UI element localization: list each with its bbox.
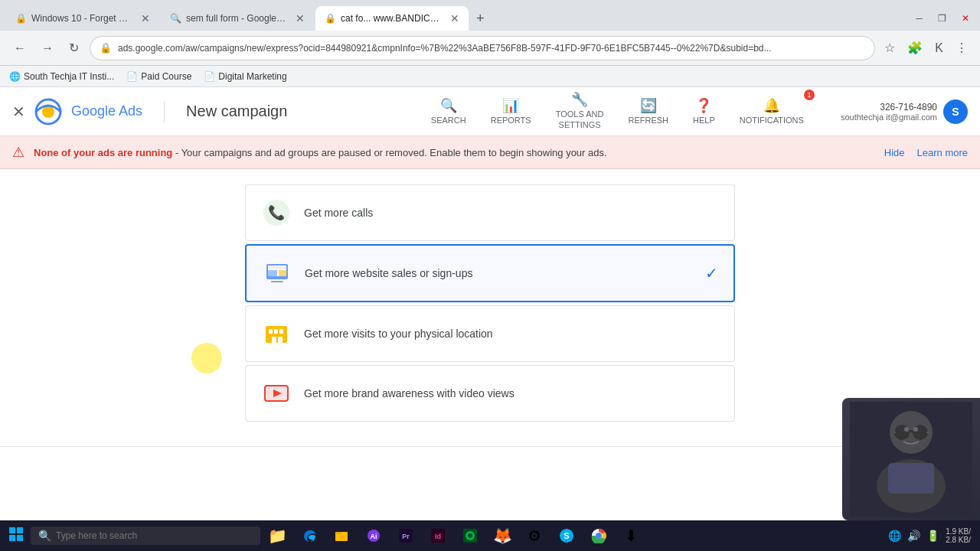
option-calls[interactable]: 📞 Get more calls [245,184,735,241]
start-button[interactable] [3,524,29,547]
page-wrapper: 🔒 Windows 10 - Forget Wi-Fi Conn... ✕ 🔍 … [0,0,980,551]
options-container: 📞 Get more calls [245,184,735,422]
files-icon [334,528,349,543]
tab-1[interactable]: 🔒 Windows 10 - Forget Wi-Fi Conn... ✕ [6,6,159,31]
more-icon[interactable]: ⋮ [952,37,971,58]
tab-2-close[interactable]: ✕ [296,12,305,24]
taskbar: 🔍 📁 Ai [0,520,980,551]
warning-actions: Hide Learn more [884,147,968,158]
ads-header-divider [164,101,165,122]
nav-notifications-label: NOTIFICATIONS [740,116,804,125]
user-email: southtechja it@gmail.com [841,112,937,122]
svg-rect-32 [9,535,15,541]
svg-rect-9 [271,281,283,282]
taskbar-app-indesign[interactable]: Id [423,521,453,550]
video-icon-wrap [261,378,292,409]
bookmark-digital-marketing[interactable]: 📄 Digital Marketing [204,71,286,82]
nav-notifications[interactable]: 🔔 1 NOTIFICATIONS [730,91,813,132]
user-avatar[interactable]: S [943,99,968,124]
nav-tools[interactable]: 🔧 TOOLS ANDSETTINGS [547,87,613,138]
bookmark-south-techja[interactable]: 🌐 South Techja IT Insti... [9,71,114,82]
bookmark-digital-marketing-label: Digital Marketing [218,71,286,82]
hide-link[interactable]: Hide [884,147,905,158]
video-icon [263,380,290,407]
nav-search[interactable]: 🔍 SEARCH [422,91,475,132]
taskbar-app-ai[interactable]: Ai [358,521,389,550]
address-text: ads.google.com/aw/campaigns/new/express?… [118,43,865,54]
svg-text:S: S [564,531,569,540]
taskbar-app-misc1[interactable]: ⚙ [519,521,550,550]
taskbar-tray: 🌐 🔊 🔋 1.9 KB/ 2.8 KB/ [888,527,977,544]
tab-1-close[interactable]: ✕ [141,12,150,24]
taskbar-search-input[interactable] [56,530,209,541]
warning-icon: ⚠ [12,144,24,161]
website-check-icon: ✓ [705,264,718,282]
forward-button[interactable]: → [37,38,58,58]
nav-help[interactable]: ❓ HELP [684,91,724,132]
bookmarks-bar: 🌐 South Techja IT Insti... 📄 Paid Course… [0,66,980,87]
website-icon-wrap [262,258,292,289]
ai-icon: Ai [366,528,381,543]
profile-icon[interactable]: K [932,38,946,58]
svg-point-49 [596,533,601,538]
chrome-icon [591,528,606,543]
nav-reports[interactable]: 📊 REPORTS [482,91,541,132]
extensions-icon[interactable]: 🧩 [904,37,926,58]
taskbar-apps: 📁 Ai [262,521,646,550]
google-ads-logo [34,98,62,126]
visits-icon-wrap [261,318,292,349]
taskbar-app-unknown[interactable] [455,521,485,550]
webcam-person [842,398,980,520]
ads-main: 📞 Get more calls [0,169,980,520]
learn-more-link[interactable]: Learn more [917,147,968,158]
option-video[interactable]: Get more brand awareness with video view… [245,365,735,422]
close-button[interactable]: ✕ [957,11,974,25]
webcam-overlay [842,398,980,520]
taskbar-app-premiere[interactable]: Pr [390,521,421,550]
taskbar-app-chrome[interactable] [583,521,614,550]
windows-logo-icon [9,527,23,541]
taskbar-search-icon: 🔍 [38,530,51,542]
tab-3-close[interactable]: ✕ [450,12,459,24]
reports-icon: 📊 [502,97,519,114]
svg-rect-27 [888,463,934,494]
close-campaign-icon[interactable]: ✕ [12,103,25,121]
svg-text:Id: Id [435,533,441,540]
svg-point-23 [913,425,928,440]
option-website-sales[interactable]: Get more website sales or sign-ups ✓ [245,244,735,302]
new-tab-button[interactable]: + [470,8,491,30]
bookmark-star-icon[interactable]: ☆ [881,37,898,58]
nav-refresh[interactable]: 🔄 REFRESH [619,91,678,132]
option-visits[interactable]: Get more visits to your physical locatio… [245,305,735,362]
minimize-button[interactable]: ─ [911,11,927,25]
taskbar-search-bar[interactable]: 🔍 [31,527,260,545]
tab-3[interactable]: 🔒 cat fo... www.BANDICAM.com campaign - … [315,6,469,31]
tray-speed: 1.9 KB/ 2.8 KB/ [946,527,971,544]
option-website-label: Get more website sales or sign-ups [305,267,693,279]
browser-toolbar: ← → ↻ 🔒 ads.google.com/aw/campaigns/new/… [0,31,980,66]
svg-rect-33 [17,535,23,541]
back-button[interactable]: ← [9,38,31,58]
reload-button[interactable]: ↻ [64,37,83,58]
tab-2[interactable]: 🔍 sem full form - Google Search ✕ [161,6,314,31]
taskbar-app-skype[interactable]: S [551,521,582,550]
restore-button[interactable]: ❐ [933,11,951,25]
location-icon [263,320,290,347]
taskbar-app-files[interactable] [326,521,357,550]
calls-icon: 📞 [263,199,290,227]
warning-text: None of your ads are running - Your camp… [34,147,875,158]
tab-3-title: cat fo... www.BANDICAM.com campaign - 32… [341,13,443,24]
bookmark-paid-course[interactable]: 📄 Paid Course [126,71,191,82]
svg-text:Ai: Ai [371,533,377,540]
taskbar-app-edge[interactable] [294,521,325,550]
taskbar-app-firefox[interactable]: 🦊 [487,521,518,550]
taskbar-app-explorer[interactable]: 📁 [262,521,292,550]
person-silhouette [850,402,972,517]
toolbar-icons: ☆ 🧩 K ⋮ [881,37,971,58]
user-phone: 326-716-4890 [880,102,937,112]
address-bar[interactable]: 🔒 ads.google.com/aw/campaigns/new/expres… [90,36,875,60]
taskbar-app-download[interactable]: ⬇ [616,521,646,550]
svg-rect-15 [278,337,283,343]
svg-rect-11 [269,329,273,334]
ads-logo-section: ✕ Google Ads New campaign [12,98,287,126]
